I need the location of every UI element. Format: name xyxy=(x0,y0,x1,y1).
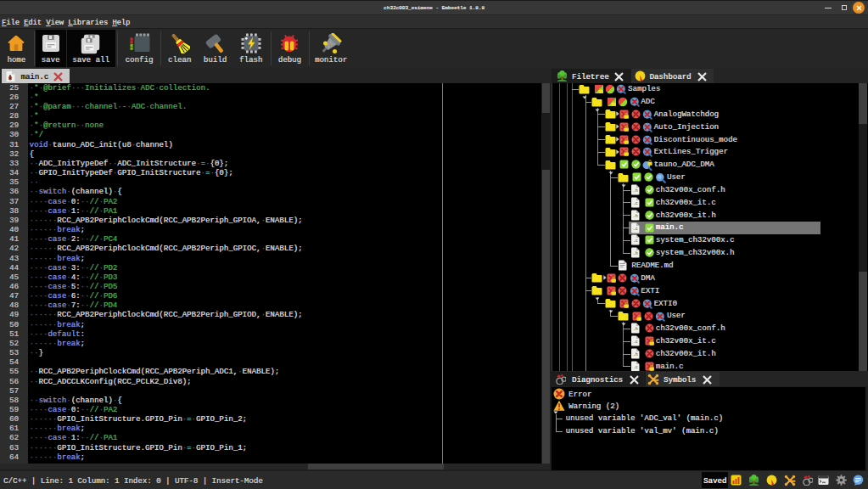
svg-text:.c: .c xyxy=(632,239,637,244)
svg-text:.c: .c xyxy=(632,201,637,206)
svg-text:.h: .h xyxy=(632,328,637,333)
svg-text:.c: .c xyxy=(632,340,637,345)
svg-text:.h: .h xyxy=(632,188,637,194)
svg-text:.c: .c xyxy=(632,227,637,232)
svg-text:.h: .h xyxy=(632,251,637,256)
svg-text:.h: .h xyxy=(632,352,637,357)
svg-text:.c: .c xyxy=(632,365,637,370)
svg-text:.h: .h xyxy=(632,214,637,219)
